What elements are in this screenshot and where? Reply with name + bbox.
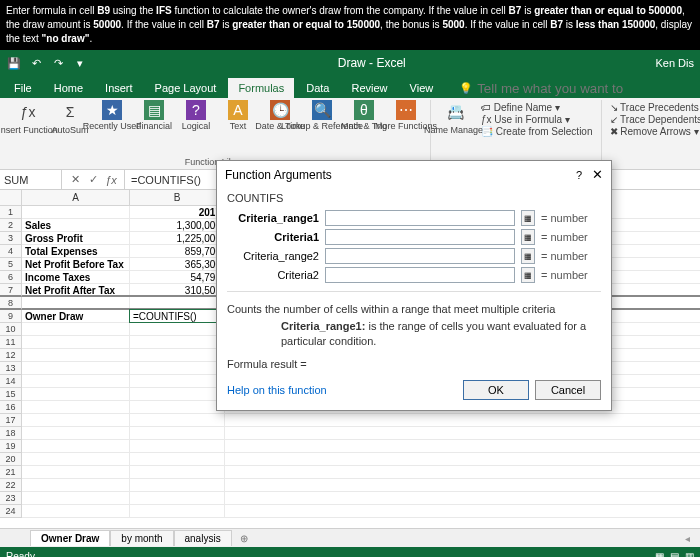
cell[interactable]: [130, 479, 225, 491]
cell[interactable]: [130, 492, 225, 504]
tab-formulas[interactable]: Formulas: [228, 78, 294, 98]
select-all-corner[interactable]: [0, 190, 22, 206]
cell[interactable]: [22, 505, 130, 517]
row-header[interactable]: 20: [0, 453, 22, 466]
cell[interactable]: [130, 323, 225, 335]
cell[interactable]: [22, 323, 130, 335]
cell[interactable]: [130, 453, 225, 465]
row-header[interactable]: 16: [0, 401, 22, 414]
row-header[interactable]: 4: [0, 245, 22, 258]
sheet-tab-owner-draw[interactable]: Owner Draw: [30, 530, 110, 546]
cell[interactable]: [22, 297, 130, 308]
cell[interactable]: [22, 466, 130, 478]
tellme-input[interactable]: [477, 81, 627, 96]
cell[interactable]: Total Expenses: [22, 245, 130, 257]
cell[interactable]: [130, 414, 225, 426]
sheet-tab-by-month[interactable]: by month: [110, 530, 173, 546]
cell[interactable]: 1,225,000: [130, 232, 225, 244]
cell[interactable]: [130, 297, 225, 308]
row-header[interactable]: 15: [0, 388, 22, 401]
cell[interactable]: Net Profit Before Tax: [22, 258, 130, 270]
tab-insert[interactable]: Insert: [95, 78, 143, 98]
arg-input[interactable]: [325, 267, 515, 283]
cell[interactable]: 1,300,000: [130, 219, 225, 231]
fx-button-icon[interactable]: ƒx: [104, 174, 118, 186]
name-box[interactable]: SUM: [0, 170, 62, 189]
cell[interactable]: [130, 427, 225, 439]
cell[interactable]: Net Profit After Tax: [22, 284, 130, 295]
row-header[interactable]: 10: [0, 323, 22, 336]
cell[interactable]: [22, 349, 130, 361]
row-header[interactable]: 12: [0, 349, 22, 362]
row-header[interactable]: 13: [0, 362, 22, 375]
row-header[interactable]: 14: [0, 375, 22, 388]
enter-formula-icon[interactable]: ✓: [86, 173, 100, 186]
row-header[interactable]: 7: [0, 284, 22, 297]
save-icon[interactable]: 💾: [6, 55, 22, 71]
text-button[interactable]: AText: [218, 100, 258, 135]
cell[interactable]: [130, 349, 225, 361]
row-header[interactable]: 18: [0, 427, 22, 440]
cancel-button[interactable]: Cancel: [535, 380, 601, 400]
cell[interactable]: [130, 440, 225, 452]
arg-input[interactable]: [325, 248, 515, 264]
tab-home[interactable]: Home: [44, 78, 93, 98]
cell[interactable]: [130, 388, 225, 400]
redo-icon[interactable]: ↷: [50, 55, 66, 71]
cell[interactable]: [22, 375, 130, 387]
row-header[interactable]: 23: [0, 492, 22, 505]
cell[interactable]: [22, 362, 130, 374]
trace-dependents-button[interactable]: ↙ Trace Dependents: [610, 114, 701, 125]
arg-input[interactable]: [325, 229, 515, 245]
lookup-button[interactable]: 🔍Lookup & Reference: [302, 100, 342, 135]
cell[interactable]: Gross Profit: [22, 232, 130, 244]
cell[interactable]: Sales: [22, 219, 130, 231]
more-functions-button[interactable]: ⋯More Functions: [386, 100, 426, 135]
qat-more-icon[interactable]: ▾: [72, 55, 88, 71]
dialog-help-icon[interactable]: ?: [576, 169, 582, 181]
tab-review[interactable]: Review: [341, 78, 397, 98]
cell[interactable]: 2017: [130, 206, 225, 218]
remove-arrows-button[interactable]: ✖ Remove Arrows ▾: [610, 126, 701, 137]
ok-button[interactable]: OK: [463, 380, 529, 400]
trace-precedents-button[interactable]: ↘ Trace Precedents: [610, 102, 701, 113]
row-header[interactable]: 6: [0, 271, 22, 284]
cell[interactable]: 54,795: [130, 271, 225, 283]
view-pagelayout-icon[interactable]: ▤: [670, 551, 679, 558]
cell[interactable]: 365,300: [130, 258, 225, 270]
row-header[interactable]: 1: [0, 206, 22, 219]
row-header[interactable]: 22: [0, 479, 22, 492]
add-sheet-button[interactable]: ⊕: [232, 533, 256, 544]
tab-file[interactable]: File: [4, 78, 42, 98]
col-header-a[interactable]: A: [22, 190, 130, 206]
cell[interactable]: [130, 362, 225, 374]
cell[interactable]: [22, 440, 130, 452]
cell[interactable]: [22, 414, 130, 426]
range-picker-icon[interactable]: ▦: [521, 248, 535, 264]
tellme[interactable]: 💡: [453, 79, 633, 98]
row-header[interactable]: 8: [0, 297, 22, 310]
cell[interactable]: 310,505: [130, 284, 225, 295]
cell[interactable]: [130, 505, 225, 517]
create-from-selection-button[interactable]: 📑 Create from Selection: [481, 126, 593, 137]
use-in-formula-button[interactable]: ƒx Use in Formula ▾: [481, 114, 593, 125]
cell[interactable]: [22, 388, 130, 400]
cell[interactable]: [130, 401, 225, 413]
arg-input[interactable]: [325, 210, 515, 226]
cell[interactable]: 859,700: [130, 245, 225, 257]
range-picker-icon[interactable]: ▦: [521, 210, 535, 226]
sheet-tab-analysis[interactable]: analysis: [174, 530, 232, 546]
cancel-formula-icon[interactable]: ✕: [68, 173, 82, 186]
define-name-button[interactable]: 🏷 Define Name ▾: [481, 102, 593, 113]
row-header[interactable]: 3: [0, 232, 22, 245]
tab-data[interactable]: Data: [296, 78, 339, 98]
name-manager-button[interactable]: 📇Name Manager: [435, 100, 475, 139]
cell[interactable]: Owner Draw: [22, 310, 130, 322]
cell[interactable]: [130, 375, 225, 387]
cell[interactable]: [22, 479, 130, 491]
close-icon[interactable]: ✕: [592, 167, 603, 182]
cell[interactable]: Income Taxes: [22, 271, 130, 283]
logical-button[interactable]: ?Logical: [176, 100, 216, 135]
row-header[interactable]: 2: [0, 219, 22, 232]
recently-used-button[interactable]: ★Recently Used: [92, 100, 132, 135]
